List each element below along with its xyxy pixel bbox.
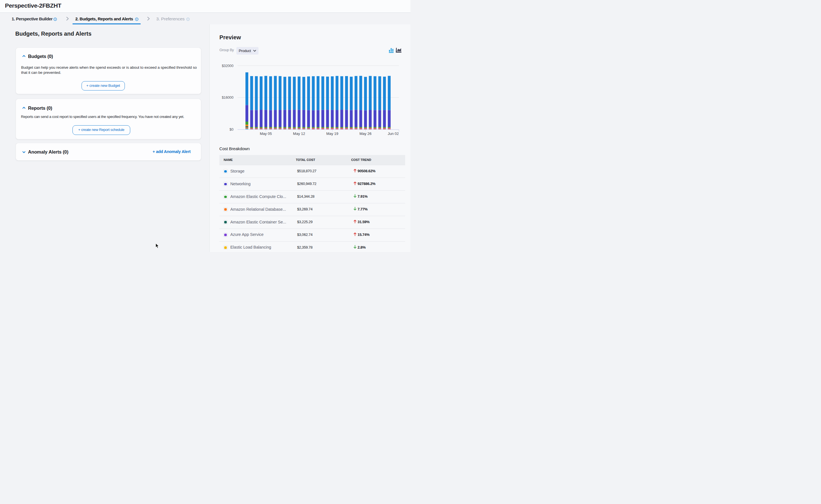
- svg-text:$0: $0: [229, 128, 233, 132]
- svg-text:Jun 02: Jun 02: [388, 132, 399, 136]
- svg-text:May 05: May 05: [260, 132, 272, 136]
- svg-text:$16000: $16000: [222, 96, 233, 100]
- svg-text:May 12: May 12: [293, 132, 305, 136]
- svg-text:$32000: $32000: [222, 64, 233, 68]
- svg-text:May 26: May 26: [359, 132, 371, 136]
- svg-text:May 19: May 19: [326, 132, 338, 136]
